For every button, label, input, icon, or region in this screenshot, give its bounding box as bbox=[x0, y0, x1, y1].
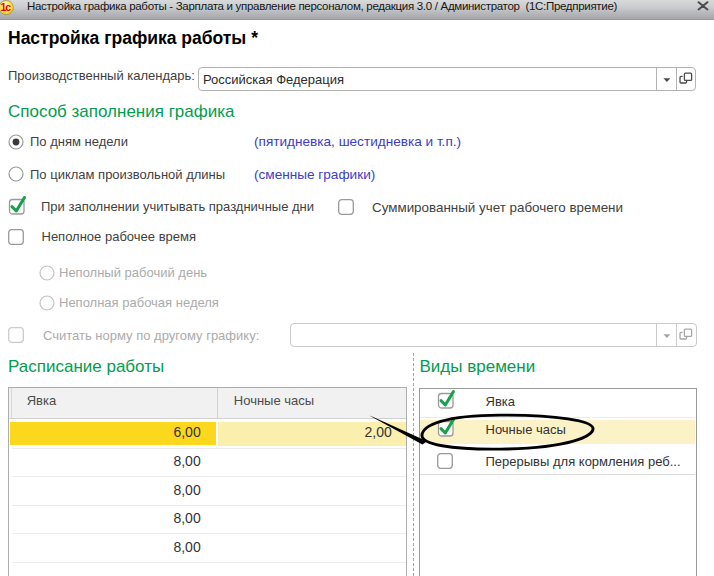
svg-text:1с: 1с bbox=[0, 1, 11, 13]
